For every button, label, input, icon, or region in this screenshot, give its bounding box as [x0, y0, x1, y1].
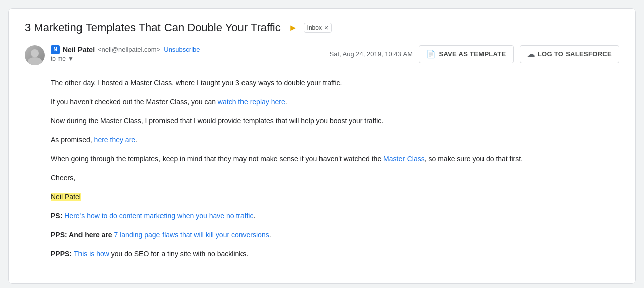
sender-info: N Neil Patel <neil@neilpatel.com> Unsubs… [51, 45, 200, 62]
sender-section: N Neil Patel <neil@neilpatel.com> Unsubs… [25, 45, 200, 65]
email-subject: 3 Marketing Templates That Can Double Yo… [25, 21, 281, 35]
pps-link[interactable]: 7 landing page flaws that will kill your… [114, 231, 269, 239]
star-icon[interactable]: ► [289, 23, 298, 33]
here-they-are-link[interactable]: here they are [94, 136, 136, 144]
body-paragraph-3: Now during the Master Class, I promised … [51, 115, 619, 127]
subject-row: 3 Marketing Templates That Can Double Yo… [25, 21, 619, 35]
badge-label: Inbox [307, 24, 322, 31]
email-container: 3 Marketing Templates That Can Double Yo… [8, 8, 636, 284]
ppps-label: PPPS: [51, 250, 74, 258]
log-to-salesforce-button[interactable]: ☁ LOG TO SALESFORCE [520, 45, 619, 63]
body-p2-suffix: . [285, 98, 287, 106]
sender-logo-icon: N [51, 45, 60, 54]
to-me-label: to me [51, 55, 66, 62]
save-template-label: SAVE AS TEMPLATE [439, 50, 506, 58]
cloud-icon: ☁ [527, 50, 535, 59]
log-salesforce-label: LOG TO SALESFORCE [538, 50, 612, 58]
ppps-link[interactable]: This is how [74, 250, 109, 258]
to-me-row[interactable]: to me ▼ [51, 55, 200, 62]
ps-link[interactable]: Here's how to do content marketing when … [64, 212, 253, 220]
avatar [25, 45, 45, 65]
sender-email: <neil@neilpatel.com> [98, 46, 160, 53]
watch-replay-link[interactable]: watch the replay here [218, 98, 285, 106]
signature-name: Neil Patel [51, 193, 81, 201]
master-class-link[interactable]: Master Class [383, 155, 425, 163]
body-paragraph-2: If you haven't checked out the Master Cl… [51, 96, 619, 108]
badge-close-button[interactable]: × [324, 24, 328, 31]
actions-section: Sat, Aug 24, 2019, 10:43 AM 📄 SAVE AS TE… [330, 45, 619, 63]
save-as-template-button[interactable]: 📄 SAVE AS TEMPLATE [419, 45, 513, 63]
body-signature: Neil Patel [51, 191, 619, 203]
email-body: The other day, I hosted a Master Class, … [25, 77, 619, 260]
chevron-down-icon: ▼ [68, 55, 74, 62]
ppps-suffix: you do SEO for a tiny site with no backl… [109, 250, 248, 258]
unsubscribe-link[interactable]: Unsubscribe [164, 46, 200, 53]
avatar-image [25, 45, 45, 65]
body-p2-prefix: If you haven't checked out the Master Cl… [51, 98, 218, 106]
pps-suffix: . [269, 231, 271, 239]
ps-label: PS: [51, 212, 64, 220]
body-ps: PS: Here's how to do content marketing w… [51, 210, 619, 222]
body-pps: PPS: And here are 7 landing page flaws t… [51, 229, 619, 241]
email-timestamp: Sat, Aug 24, 2019, 10:43 AM [330, 50, 413, 58]
body-cheers: Cheers, [51, 172, 619, 184]
document-icon: 📄 [426, 50, 436, 59]
sender-name-row: N Neil Patel <neil@neilpatel.com> Unsubs… [51, 45, 200, 54]
body-ppps: PPPS: This is how you do SEO for a tiny … [51, 248, 619, 260]
inbox-badge: Inbox × [304, 23, 332, 33]
body-paragraph-5: When going through the templates, keep i… [51, 153, 619, 165]
ps-suffix: . [253, 212, 255, 220]
body-paragraph-1: The other day, I hosted a Master Class, … [51, 77, 619, 89]
body-p4-suffix: . [135, 136, 137, 144]
body-p5-prefix: When going through the templates, keep i… [51, 155, 383, 163]
sender-name: Neil Patel [63, 46, 95, 54]
pps-label: PPS: And here are [51, 231, 114, 239]
body-p5-suffix: , so make sure you do that first. [425, 155, 523, 163]
body-p4-prefix: As promised, [51, 136, 94, 144]
body-paragraph-4: As promised, here they are. [51, 134, 619, 146]
email-meta-row: N Neil Patel <neil@neilpatel.com> Unsubs… [25, 45, 619, 65]
